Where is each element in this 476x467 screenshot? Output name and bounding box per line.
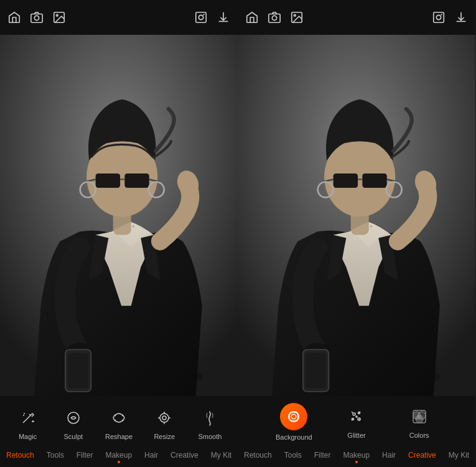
download-icon[interactable] (217, 11, 230, 24)
tab-mykit-left[interactable]: My Kit (205, 448, 238, 462)
colors-tool[interactable]: Colors (388, 405, 450, 439)
resize-tool[interactable]: Resize (142, 406, 187, 440)
right-tools-area: Background Glitter (238, 396, 475, 467)
resize-icon-wrap (152, 406, 176, 430)
svg-point-32 (162, 416, 166, 420)
magic-label: Magic (19, 433, 37, 440)
reshape-tool[interactable]: Reshape (96, 406, 141, 440)
home-icon-right[interactable] (245, 11, 259, 24)
left-image-area: ✦ (0, 35, 238, 396)
glitter-label: Glitter (347, 432, 365, 439)
svg-point-61 (356, 416, 357, 417)
svg-point-1 (34, 16, 39, 20)
makeup-dot-right (355, 461, 358, 463)
svg-text:✦: ✦ (131, 223, 136, 229)
right-image-area: ✦ (238, 35, 475, 396)
camera-icon-right[interactable] (268, 11, 281, 24)
glitter-tool[interactable]: Glitter (325, 405, 388, 439)
colors-icon-wrap (408, 405, 431, 428)
smooth-icon-wrap (198, 406, 222, 430)
home-icon[interactable] (7, 11, 21, 24)
tab-creative-right[interactable]: Creative (402, 448, 442, 462)
tab-makeup-right[interactable]: Makeup (337, 448, 376, 462)
right-tools-icons: Background Glitter (238, 396, 475, 446)
svg-point-31 (160, 414, 169, 422)
svg-point-64 (416, 415, 423, 423)
sculpt-tool[interactable]: Sculpt (50, 406, 96, 440)
svg-point-38 (436, 15, 441, 19)
camera-icon[interactable] (30, 11, 44, 24)
resize-label: Resize (154, 433, 175, 440)
image-icon[interactable] (52, 11, 66, 24)
svg-rect-20 (68, 353, 88, 388)
tab-tools-right[interactable]: Tools (278, 448, 308, 462)
svg-rect-11 (124, 173, 149, 188)
tab-tools-left[interactable]: Tools (40, 448, 70, 462)
tab-filter-left[interactable]: Filter (70, 448, 100, 462)
right-panel: ✦ Background (238, 0, 475, 467)
svg-rect-53 (306, 353, 326, 388)
search-icon-right[interactable] (432, 11, 446, 24)
background-label: Background (276, 433, 312, 441)
tab-retouch-left[interactable]: Retouch (0, 448, 40, 462)
tab-makeup-left[interactable]: Makeup (99, 448, 138, 462)
svg-rect-4 (196, 12, 207, 23)
svg-rect-37 (434, 12, 444, 23)
reshape-icon-wrap (107, 406, 131, 430)
smooth-tool[interactable]: Smooth (187, 406, 233, 440)
svg-point-34 (272, 16, 276, 20)
glitter-icon-wrap (345, 405, 368, 428)
toolbar-right-icons (194, 11, 230, 24)
right-toolbar (238, 0, 475, 35)
tab-hair-left[interactable]: Hair (138, 448, 164, 462)
tab-creative-left[interactable]: Creative (164, 448, 205, 462)
svg-point-26 (68, 412, 79, 423)
left-tools-icons: Magic Sculpt (0, 396, 238, 446)
svg-rect-44 (362, 173, 386, 188)
right-toolbar-right (432, 11, 468, 24)
right-nav-tabs: Retouch Tools Filter Makeup Hair Creativ… (238, 446, 475, 467)
toolbar-left-icons (7, 11, 66, 24)
magic-tool[interactable]: Magic (5, 406, 50, 440)
left-tools-area: Magic Sculpt (0, 396, 238, 467)
svg-point-3 (56, 14, 58, 16)
tab-hair-right[interactable]: Hair (376, 448, 402, 462)
svg-point-5 (198, 15, 203, 19)
svg-rect-43 (334, 173, 358, 188)
svg-point-36 (294, 14, 296, 16)
left-toolbar (0, 0, 238, 35)
tab-mykit-right[interactable]: My Kit (442, 448, 475, 462)
tab-filter-right[interactable]: Filter (308, 448, 337, 462)
svg-point-56 (292, 414, 296, 418)
right-toolbar-left (245, 11, 304, 24)
search-icon[interactable] (194, 11, 208, 24)
colors-label: Colors (409, 432, 429, 439)
background-icon-wrap (280, 403, 307, 430)
svg-point-57 (353, 413, 355, 415)
background-tool[interactable]: Background (263, 403, 325, 441)
makeup-dot-left (118, 461, 120, 463)
download-icon-right[interactable] (454, 11, 468, 24)
smooth-label: Smooth (198, 433, 222, 440)
svg-text:✦: ✦ (369, 223, 373, 229)
sculpt-icon-wrap (62, 406, 85, 430)
tab-retouch-right[interactable]: Retouch (238, 448, 278, 462)
sculpt-label: Sculpt (64, 433, 83, 440)
svg-rect-10 (96, 173, 120, 188)
reshape-label: Reshape (105, 433, 133, 440)
image-icon-right[interactable] (290, 11, 304, 24)
left-panel: ✦ Magic (0, 0, 238, 467)
left-nav-tabs: Retouch Tools Filter Makeup Hair Creativ… (0, 446, 238, 467)
magic-icon-wrap (16, 406, 40, 430)
